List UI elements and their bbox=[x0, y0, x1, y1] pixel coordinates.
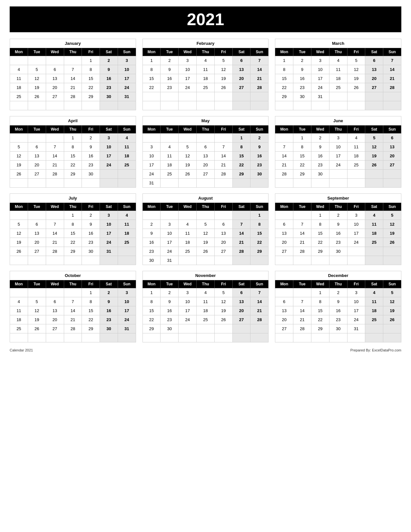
month-title-november: November bbox=[142, 271, 269, 280]
day-cell bbox=[46, 211, 64, 220]
day-cell: 24 bbox=[179, 315, 197, 324]
day-cell: 17 bbox=[142, 161, 161, 170]
day-cell: 23 bbox=[161, 315, 179, 324]
day-cell: 6 bbox=[383, 133, 401, 143]
day-cell: 25 bbox=[179, 247, 197, 256]
day-cell: 20 bbox=[46, 315, 64, 324]
week-row: 45678910 bbox=[10, 297, 136, 306]
day-cell bbox=[10, 211, 28, 220]
day-cell: 12 bbox=[383, 220, 401, 229]
day-cell: 12 bbox=[10, 152, 28, 161]
day-header-tue: Tue bbox=[28, 203, 46, 211]
week-row: 15161718192021 bbox=[142, 306, 269, 315]
month-title-september: September bbox=[275, 194, 401, 203]
day-cell bbox=[46, 288, 64, 297]
week-row: 891011121314 bbox=[275, 65, 401, 74]
day-cell: 6 bbox=[28, 143, 46, 152]
day-cell bbox=[365, 333, 383, 342]
day-cell: 10 bbox=[118, 297, 136, 306]
day-header-sat: Sat bbox=[232, 203, 250, 211]
day-cell: 22 bbox=[142, 315, 161, 324]
week-row: 19202122232425 bbox=[10, 238, 136, 247]
day-cell bbox=[383, 101, 401, 110]
day-cell: 12 bbox=[28, 74, 46, 83]
day-cell: 16 bbox=[100, 306, 118, 315]
day-cell: 3 bbox=[329, 133, 347, 143]
day-cell: 3 bbox=[142, 143, 161, 152]
week-row: 20212223242526 bbox=[275, 315, 401, 324]
day-cell bbox=[142, 211, 161, 220]
day-cell bbox=[383, 247, 401, 256]
day-cell: 17 bbox=[161, 238, 179, 247]
day-cell: 28 bbox=[293, 247, 311, 256]
day-cell bbox=[197, 92, 215, 101]
day-cell: 4 bbox=[179, 220, 197, 229]
day-cell bbox=[28, 101, 46, 110]
month-table-january: JanuaryMonTueWedThuFriSatSun123456789101… bbox=[10, 39, 136, 110]
month-title-march: March bbox=[275, 39, 401, 48]
day-cell: 13 bbox=[214, 229, 232, 238]
day-cell: 7 bbox=[293, 220, 311, 229]
week-row: 22232425262728 bbox=[142, 83, 269, 92]
day-cell: 30 bbox=[329, 247, 347, 256]
day-cell: 18 bbox=[365, 306, 383, 315]
week-row: 293031 bbox=[275, 92, 401, 101]
footer: Calendar 2021 Prepared By: ExcelDataPro.… bbox=[10, 348, 401, 352]
day-cell: 1 bbox=[64, 133, 82, 143]
day-cell: 18 bbox=[161, 161, 179, 170]
week-row: 262728293031 bbox=[10, 247, 136, 256]
month-table-september: SeptemberMonTueWedThuFriSatSun1234567891… bbox=[275, 193, 401, 265]
day-header-mon: Mon bbox=[275, 203, 293, 211]
day-cell: 7 bbox=[275, 143, 293, 152]
day-cell: 23 bbox=[82, 238, 100, 247]
day-header-mon: Mon bbox=[10, 280, 28, 288]
day-cell: 11 bbox=[197, 65, 215, 74]
day-header-fri: Fri bbox=[347, 125, 365, 133]
day-cell: 4 bbox=[365, 211, 383, 220]
day-header-sun: Sun bbox=[383, 280, 401, 288]
day-cell: 20 bbox=[28, 238, 46, 247]
day-header-mon: Mon bbox=[142, 203, 161, 211]
day-cell: 28 bbox=[232, 247, 250, 256]
day-cell bbox=[232, 101, 250, 110]
day-cell: 12 bbox=[347, 65, 365, 74]
day-cell: 5 bbox=[179, 143, 197, 152]
day-cell: 3 bbox=[100, 133, 118, 143]
day-header-mon: Mon bbox=[142, 48, 161, 56]
day-cell: 9 bbox=[250, 143, 269, 152]
day-cell: 16 bbox=[82, 229, 100, 238]
day-cell: 19 bbox=[28, 315, 46, 324]
day-cell: 22 bbox=[64, 161, 82, 170]
day-cell: 24 bbox=[118, 83, 136, 92]
week-row bbox=[142, 333, 269, 342]
day-cell bbox=[250, 101, 269, 110]
day-cell: 28 bbox=[293, 324, 311, 333]
week-row: 78910111213 bbox=[275, 143, 401, 152]
day-cell: 19 bbox=[365, 152, 383, 161]
day-cell: 1 bbox=[250, 211, 269, 220]
day-cell: 2 bbox=[161, 56, 179, 65]
day-cell: 13 bbox=[46, 306, 64, 315]
day-cell: 1 bbox=[275, 56, 293, 65]
day-cell bbox=[383, 324, 401, 333]
day-cell: 25 bbox=[365, 315, 383, 324]
day-cell: 21 bbox=[46, 161, 64, 170]
day-cell bbox=[275, 288, 293, 297]
day-cell: 16 bbox=[100, 74, 118, 83]
day-cell: 23 bbox=[250, 161, 269, 170]
day-cell: 5 bbox=[10, 220, 28, 229]
day-header-tue: Tue bbox=[293, 203, 311, 211]
day-cell bbox=[100, 101, 118, 110]
day-cell: 8 bbox=[275, 65, 293, 74]
day-header-wed: Wed bbox=[179, 125, 197, 133]
day-cell: 25 bbox=[118, 238, 136, 247]
day-cell: 29 bbox=[293, 170, 311, 179]
day-cell bbox=[275, 133, 293, 143]
day-header-wed: Wed bbox=[179, 203, 197, 211]
day-cell: 10 bbox=[100, 220, 118, 229]
day-cell bbox=[347, 92, 365, 101]
week-row: 18192021222324 bbox=[10, 83, 136, 92]
day-header-sun: Sun bbox=[250, 203, 269, 211]
week-row: 1234 bbox=[10, 133, 136, 143]
day-cell bbox=[100, 179, 118, 188]
